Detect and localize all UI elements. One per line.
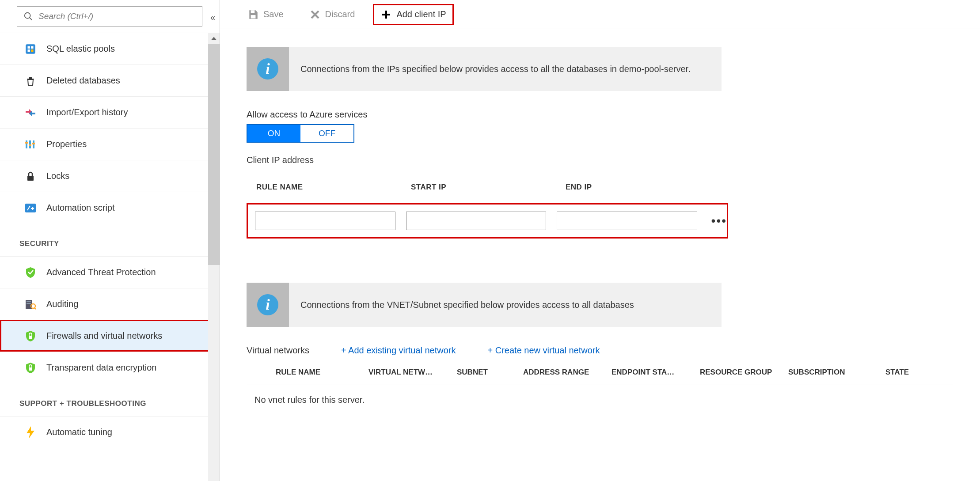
scrollbar-track[interactable] — [208, 33, 220, 481]
vnet-actions-row: Virtual networks + Add existing virtual … — [247, 345, 953, 356]
add-existing-vnet-link[interactable]: + Add existing virtual network — [341, 345, 456, 356]
lock-icon — [24, 170, 37, 182]
toggle-off[interactable]: OFF — [300, 125, 353, 142]
sidebar: « SQL elastic pools Deleted databases — [0, 0, 220, 481]
toolbar: Save Discard Add client IP — [220, 0, 980, 29]
start-ip-input[interactable] — [406, 212, 547, 230]
info-icon-box: i — [247, 47, 289, 91]
allow-azure-toggle[interactable]: ON OFF — [247, 124, 354, 143]
sidebar-item-import-export-history[interactable]: Import/Export history — [0, 96, 220, 128]
button-label: Add client IP — [396, 9, 446, 19]
svg-rect-14 — [25, 204, 36, 212]
svg-line-1 — [30, 18, 32, 20]
section-header-security: SECURITY — [0, 223, 220, 256]
sidebar-item-advanced-threat-protection[interactable]: Advanced Threat Protection — [0, 256, 220, 288]
svg-rect-22 — [251, 10, 255, 13]
col-end-ip: END IP — [566, 183, 707, 192]
info-text: Connections from the VNET/Subnet specifi… — [289, 289, 646, 320]
vcol-rule-name: RULE NAME — [276, 368, 368, 377]
more-actions-icon[interactable]: ••• — [708, 214, 727, 228]
svg-rect-2 — [26, 44, 35, 54]
svg-rect-4 — [31, 46, 33, 48]
plus-icon — [380, 9, 392, 20]
shield-check-icon — [24, 266, 37, 279]
firewall-table-header: RULE NAME START IP END IP — [247, 183, 953, 203]
toggle-on[interactable]: ON — [247, 125, 300, 142]
svg-rect-20 — [29, 336, 32, 339]
end-ip-input[interactable] — [557, 212, 697, 230]
vcol-virtual-network: VIRTUAL NETW… — [368, 368, 457, 377]
col-rule-name: RULE NAME — [256, 183, 411, 192]
sidebar-item-automation-script[interactable]: Automation script — [0, 192, 220, 223]
svg-rect-21 — [29, 367, 32, 371]
shield-lock-green-icon — [24, 362, 37, 374]
sidebar-item-label: Properties — [46, 139, 87, 149]
vcol-subscription: SUBSCRIPTION — [788, 368, 885, 377]
sidebar-item-sql-elastic-pools[interactable]: SQL elastic pools — [0, 33, 220, 64]
info-icon-box: i — [247, 283, 289, 327]
button-label: Save — [263, 9, 284, 19]
sidebar-item-transparent-data-encryption[interactable]: Transparent data encryption — [0, 352, 220, 383]
nav-list: SQL elastic pools Deleted databases Impo… — [0, 33, 220, 481]
auditing-icon — [24, 298, 37, 311]
vnet-table-header: RULE NAME VIRTUAL NETW… SUBNET ADDRESS R… — [247, 368, 953, 385]
sidebar-item-auditing[interactable]: Auditing — [0, 288, 220, 320]
vcol-state: STATE — [885, 368, 938, 377]
sidebar-item-firewalls-virtual-networks[interactable]: Firewalls and virtual networks — [0, 320, 220, 352]
svg-rect-16 — [27, 301, 31, 302]
sidebar-item-label: Import/Export history — [46, 107, 128, 117]
scroll-up-icon[interactable] — [208, 33, 220, 44]
sidebar-item-properties[interactable]: Properties — [0, 128, 220, 160]
info-banner-vnet: i Connections from the VNET/Subnet speci… — [247, 283, 722, 327]
firewall-rule-input-row: ••• — [247, 203, 728, 239]
svg-rect-5 — [28, 49, 30, 52]
info-icon: i — [257, 58, 278, 80]
button-label: Discard — [325, 9, 355, 19]
vcol-resource-group: RESOURCE GROUP — [700, 368, 788, 377]
search-box[interactable] — [17, 6, 202, 27]
search-icon — [23, 11, 33, 21]
sidebar-item-label: Transparent data encryption — [46, 363, 156, 373]
vnet-empty-message: No vnet rules for this server. — [247, 385, 953, 415]
sidebar-item-label: Deleted databases — [46, 76, 120, 86]
svg-rect-12 — [32, 143, 35, 144]
shield-lock-icon — [24, 330, 37, 342]
sidebar-item-label: Advanced Threat Protection — [46, 267, 156, 277]
svg-rect-10 — [25, 142, 28, 144]
svg-point-0 — [25, 13, 30, 19]
sql-pool-icon — [24, 43, 37, 55]
import-export-icon — [24, 106, 37, 119]
search-input[interactable] — [38, 11, 196, 21]
save-button[interactable]: Save — [242, 6, 289, 23]
bolt-icon — [24, 426, 37, 439]
vnet-title: Virtual networks — [247, 345, 309, 356]
client-ip-label: Client IP address — [247, 155, 953, 165]
sidebar-item-label: Locks — [46, 171, 69, 181]
vcol-address-range: ADDRESS RANGE — [523, 368, 612, 377]
sidebar-item-label: Auditing — [46, 299, 78, 309]
main-content: Save Discard Add client IP i Connecti — [220, 0, 980, 481]
automation-icon — [24, 202, 37, 214]
create-new-vnet-link[interactable]: + Create new virtual network — [488, 345, 600, 356]
info-text: Connections from the IPs specified below… — [289, 53, 702, 84]
sidebar-item-deleted-databases[interactable]: Deleted databases — [0, 64, 220, 96]
scrollbar-thumb[interactable] — [208, 44, 220, 265]
sidebar-item-label: SQL elastic pools — [46, 44, 115, 54]
svg-rect-7 — [26, 140, 27, 148]
sidebar-item-locks[interactable]: Locks — [0, 160, 220, 192]
add-client-ip-button[interactable]: Add client IP — [375, 6, 451, 23]
collapse-sidebar-icon[interactable]: « — [210, 12, 215, 23]
svg-rect-23 — [251, 15, 256, 19]
rule-name-input[interactable] — [255, 212, 395, 230]
col-start-ip: START IP — [411, 183, 566, 192]
vcol-endpoint-status: ENDPOINT STA… — [612, 368, 700, 377]
sidebar-item-label: Firewalls and virtual networks — [46, 331, 162, 341]
svg-rect-13 — [27, 176, 34, 181]
sidebar-item-label: Automation script — [46, 203, 115, 213]
discard-icon — [309, 9, 321, 20]
svg-rect-11 — [29, 144, 31, 146]
svg-rect-3 — [28, 46, 30, 48]
sidebar-item-automatic-tuning[interactable]: Automatic tuning — [0, 416, 220, 448]
properties-icon — [24, 138, 37, 151]
discard-button[interactable]: Discard — [304, 6, 361, 23]
